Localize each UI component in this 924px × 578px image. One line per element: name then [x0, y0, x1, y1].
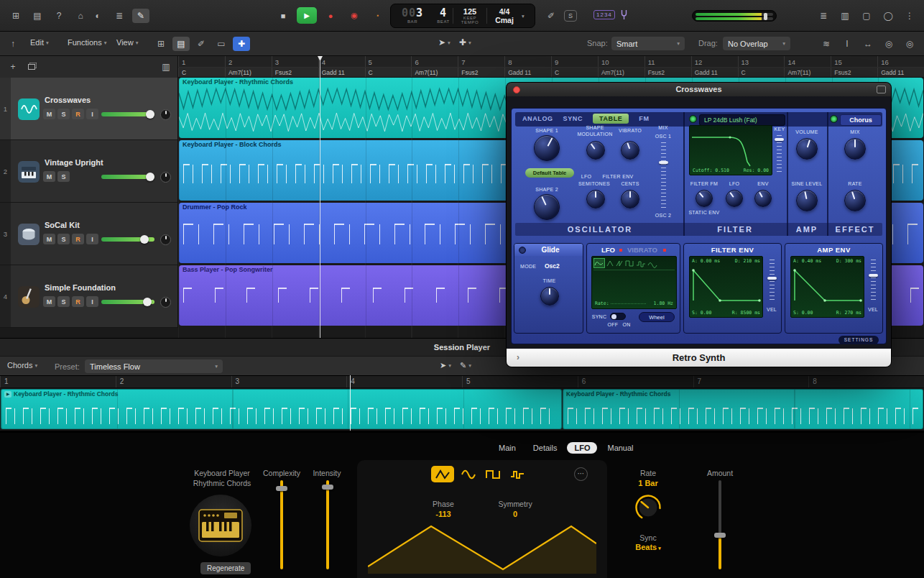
- editor-playhead[interactable]: [350, 375, 351, 431]
- volume-handle[interactable]: [143, 298, 152, 306]
- ruler-bar-number[interactable]: 8: [504, 56, 551, 67]
- chat-icon[interactable]: ◯: [879, 9, 897, 23]
- waveform-zoom-icon[interactable]: ≋: [818, 37, 835, 51]
- glide-time-knob[interactable]: [540, 287, 559, 306]
- chorus-power-button[interactable]: [830, 115, 838, 123]
- ruler-bar-number[interactable]: 1: [0, 376, 116, 387]
- mute-button[interactable]: M: [43, 109, 55, 119]
- mute-button[interactable]: M: [43, 234, 55, 244]
- region-play-icon[interactable]: ▶: [4, 391, 11, 398]
- view-menu[interactable]: View▾: [116, 38, 138, 47]
- shape2-knob[interactable]: [534, 194, 560, 220]
- release-value[interactable]: R: 270 ms: [836, 310, 861, 316]
- ruler-bar-number[interactable]: 6: [411, 56, 458, 67]
- track-name[interactable]: Crosswaves: [45, 96, 91, 104]
- chevron-down-icon[interactable]: ▾: [522, 13, 525, 19]
- waveform-sine-button[interactable]: [457, 466, 480, 482]
- complexity-slider[interactable]: [280, 480, 283, 569]
- lcd-beat[interactable]: 4 BEAT: [434, 4, 453, 27]
- track-header-simple-foundation[interactable]: 4 Simple Foundation M S R I: [0, 265, 178, 328]
- glide-mode-value[interactable]: Osc2: [545, 262, 560, 270]
- add-track-button[interactable]: +: [4, 60, 22, 74]
- dim-icon[interactable]: ◐: [89, 9, 106, 23]
- volume-slider[interactable]: [101, 175, 154, 179]
- tab-sync[interactable]: SYNC: [563, 115, 583, 122]
- regenerate-button[interactable]: Regenerate: [200, 562, 251, 574]
- tab-analog[interactable]: ANALOG: [522, 115, 553, 122]
- bar-ruler[interactable]: 12345678910111213141516: [178, 56, 924, 68]
- volume-handle[interactable]: [146, 110, 154, 119]
- semitones-knob[interactable]: [586, 190, 605, 208]
- resonance-value[interactable]: Res: 0.00: [744, 168, 769, 173]
- slider-handle[interactable]: [276, 486, 287, 491]
- waveform-square-button[interactable]: [481, 466, 504, 482]
- sustain-value[interactable]: S: 0.00: [793, 310, 813, 316]
- lfo-display[interactable]: Rate: 1.80 Hz: [591, 256, 677, 309]
- tuner-icon[interactable]: [620, 9, 628, 20]
- editor-region-2[interactable]: Keyboard Player - Rhythmic Chords: [563, 389, 923, 429]
- glide-power-button[interactable]: [519, 247, 526, 254]
- marquee-icon[interactable]: ▭: [213, 37, 230, 51]
- replace-button[interactable]: ▪: [368, 7, 388, 24]
- lcd-tempo[interactable]: 125 KEEP TEMPO: [453, 4, 486, 27]
- pan-knob[interactable]: [160, 172, 171, 183]
- count-in-button[interactable]: 1234: [593, 10, 615, 19]
- slider-handle[interactable]: [775, 138, 784, 141]
- vibrato-tab[interactable]: VIBRATO: [627, 246, 657, 254]
- tab-table[interactable]: TABLE: [593, 114, 629, 124]
- decay-value[interactable]: D: 210 ms: [735, 258, 760, 264]
- ruler-bar-number[interactable]: 15: [831, 56, 877, 67]
- volume-slider[interactable]: [101, 112, 154, 116]
- ruler-bar-number[interactable]: 12: [691, 56, 738, 67]
- chord-cell[interactable]: Am7(11): [598, 68, 645, 77]
- ruler-bar-number[interactable]: 5: [365, 56, 412, 67]
- lfo-rate-value[interactable]: 1.80 Hz: [654, 301, 673, 306]
- chord-cell[interactable]: Fsus2: [272, 68, 318, 77]
- lfo-tab[interactable]: LFO: [601, 246, 615, 254]
- sine-level-knob[interactable]: [796, 190, 818, 211]
- volume-slider[interactable]: [101, 237, 154, 242]
- ruler-bar-number[interactable]: 3: [231, 376, 347, 387]
- effect-type-select[interactable]: Chorus: [840, 114, 882, 126]
- waveform-triangle-button[interactable]: [431, 466, 454, 482]
- player-artwork[interactable]: [190, 495, 251, 556]
- ruler-bar-number[interactable]: 3: [272, 56, 318, 67]
- zoom-knob-icon[interactable]: ◎: [901, 37, 918, 51]
- plugin-title-bar[interactable]: Crosswaves: [507, 83, 891, 96]
- drag-select[interactable]: No Overlap▾: [723, 37, 790, 50]
- shape-modulation-knob[interactable]: [586, 141, 605, 160]
- master-level-meter[interactable]: [692, 10, 777, 22]
- amount-slider[interactable]: [719, 480, 721, 569]
- scroll-to-playhead-icon[interactable]: ↑: [4, 37, 22, 51]
- grid-icon[interactable]: ⊞: [152, 37, 170, 51]
- slider-handle[interactable]: [767, 277, 777, 280]
- ruler-bar-number[interactable]: 4: [318, 56, 365, 67]
- ruler-bar-number[interactable]: 2: [116, 376, 231, 387]
- chord-cell[interactable]: Gadd 11: [318, 68, 365, 77]
- quick-help-icon[interactable]: ?: [50, 9, 68, 23]
- editor-bar-ruler[interactable]: 12345678: [0, 376, 924, 388]
- volume-handle[interactable]: [140, 235, 149, 244]
- overflow-icon[interactable]: ⋮: [901, 9, 918, 23]
- filter-fm-knob[interactable]: [696, 190, 713, 207]
- playhead[interactable]: [320, 56, 320, 338]
- snap-select[interactable]: Smart▾: [611, 37, 685, 50]
- waveform-random-button[interactable]: [506, 466, 529, 482]
- play-button[interactable]: ▶: [297, 7, 317, 24]
- filter-env-vel-slider[interactable]: [770, 260, 775, 303]
- solo-button[interactable]: S: [57, 109, 70, 119]
- browser-icon[interactable]: ▢: [858, 9, 875, 23]
- track-header-options-icon[interactable]: ▥: [157, 60, 175, 74]
- sync-select[interactable]: Beats ▾: [627, 543, 670, 551]
- library-icon[interactable]: ⌂: [72, 9, 89, 23]
- shape1-knob[interactable]: [534, 135, 560, 161]
- horizontal-zoom-icon[interactable]: ↔: [859, 37, 877, 51]
- list-editors-icon[interactable]: ≣: [815, 9, 832, 23]
- ruler-bar-number[interactable]: 10: [598, 56, 645, 67]
- record-button[interactable]: ●: [320, 7, 341, 24]
- command-click-tool-menu[interactable]: ✚▾: [459, 37, 471, 47]
- chord-cell[interactable]: Gadd 11: [877, 68, 924, 77]
- chord-cell[interactable]: C: [178, 68, 225, 77]
- symmetry-value[interactable]: 0: [492, 510, 538, 518]
- lcd-display[interactable]: 003 BAR 4 BEAT 125 KEEP TEMPO 4/4 Cmaj ▾: [390, 4, 535, 28]
